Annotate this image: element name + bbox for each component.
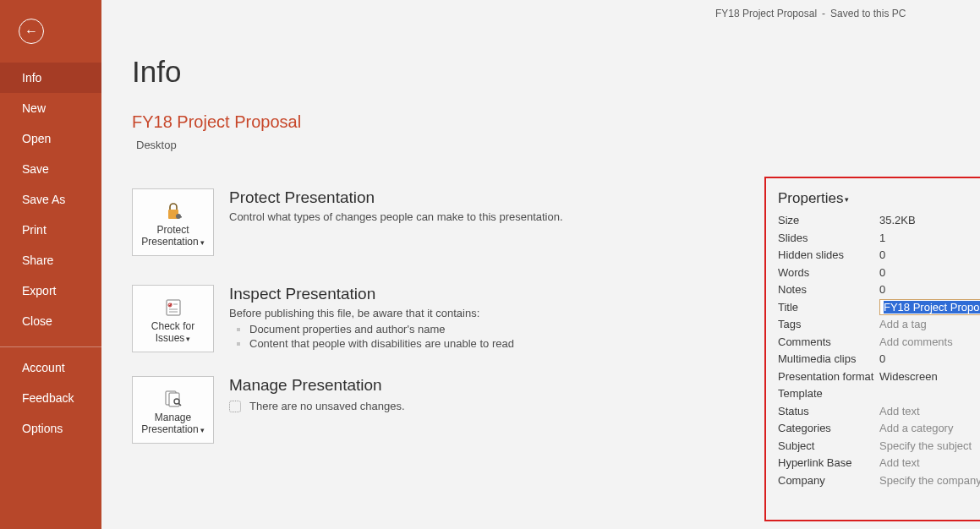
sidebar-label: Save As xyxy=(22,193,65,206)
prop-label-slides: Slides xyxy=(778,232,879,244)
inspect-heading: Inspect Presentation xyxy=(229,285,514,303)
back-arrow-icon: ← xyxy=(25,24,38,39)
backstage-main: FY18 Project Proposal - Saved to this PC… xyxy=(101,0,980,529)
prop-value-hyperlink[interactable]: Add text xyxy=(879,456,980,469)
prop-label-categories: Categories xyxy=(778,422,879,434)
properties-heading-label: Properties xyxy=(778,190,843,206)
sidebar-label: New xyxy=(22,101,46,115)
inspect-desc: Before publishing this file, be aware th… xyxy=(229,307,514,319)
window-titlebar: FY18 Project Proposal - Saved to this PC xyxy=(101,0,980,27)
document-search-icon xyxy=(162,387,184,411)
titlebar-separator: - xyxy=(822,8,825,19)
sidebar-label: Account xyxy=(22,361,65,374)
manage-heading: Manage Presentation xyxy=(229,376,405,395)
prop-value-categories[interactable]: Add a category xyxy=(879,422,980,434)
prop-value-tags[interactable]: Add a tag xyxy=(879,318,980,330)
sidebar-label: Save xyxy=(22,162,49,176)
page-title: Info xyxy=(132,55,950,89)
prop-label-notes: Notes xyxy=(778,283,879,296)
prop-value-clips: 0 xyxy=(879,352,980,365)
prop-label-comments: Comments xyxy=(778,335,879,348)
prop-label-template: Template xyxy=(778,387,879,400)
sidebar-label: Open xyxy=(22,132,51,145)
prop-value-slides: 1 xyxy=(879,232,980,244)
sidebar-item-share[interactable]: Share xyxy=(0,245,101,275)
prop-value-comments[interactable]: Add comments xyxy=(879,335,980,348)
tile-text: Presentation xyxy=(141,423,198,435)
sidebar-label: Options xyxy=(22,422,63,435)
chevron-down-icon: ▾ xyxy=(200,426,205,434)
prop-value-status[interactable]: Add text xyxy=(879,405,980,417)
sidebar-item-feedback[interactable]: Feedback xyxy=(0,383,101,413)
protect-desc: Control what types of changes people can… xyxy=(229,210,563,223)
lock-icon xyxy=(162,199,184,223)
tile-text: Presentation xyxy=(141,236,198,248)
prop-label-subject: Subject xyxy=(778,439,879,452)
document-location: Desktop xyxy=(136,139,950,151)
properties-dropdown[interactable]: Properties▾ xyxy=(778,190,980,207)
sidebar-item-new[interactable]: New xyxy=(0,93,101,123)
chevron-down-icon: ▾ xyxy=(186,335,190,343)
prop-label-hidden: Hidden slides xyxy=(778,248,879,261)
prop-label-title: Title xyxy=(778,301,879,314)
sidebar-item-print[interactable]: Print xyxy=(0,215,101,245)
titlebar-docname: FY18 Project Proposal xyxy=(715,8,817,19)
sidebar-label: Export xyxy=(22,284,56,297)
sidebar-label: Info xyxy=(22,71,41,85)
prop-label-hyperlink: Hyperlink Base xyxy=(778,456,879,469)
document-title: FY18 Project Proposal xyxy=(132,112,950,132)
sidebar-label: Share xyxy=(22,254,53,267)
chevron-down-icon: ▾ xyxy=(200,238,205,247)
properties-panel: Properties▾ Size 35.2KB Slides 1 Hidden … xyxy=(766,178,980,520)
chevron-down-icon: ▾ xyxy=(845,195,849,204)
prop-label-words: Words xyxy=(778,266,879,279)
sidebar-label: Print xyxy=(22,223,47,237)
sidebar-divider xyxy=(0,346,101,347)
titlebar-status: Saved to this PC xyxy=(830,8,906,19)
title-text-selected: FY18 Project Proposal xyxy=(884,301,980,314)
protect-heading: Protect Presentation xyxy=(229,188,563,207)
inspect-section-text: Inspect Presentation Before publishing t… xyxy=(229,285,514,352)
backstage-sidebar: ← Info New Open Save Save As Print Share… xyxy=(0,0,101,529)
tile-text: Manage xyxy=(155,412,191,423)
checklist-icon xyxy=(163,296,183,319)
prop-value-company[interactable]: Specify the company xyxy=(879,474,980,487)
tile-text: Issues xyxy=(156,332,185,344)
prop-label-format: Presentation format xyxy=(778,370,879,383)
inspect-bullet: Content that people with disabilities ar… xyxy=(249,337,514,350)
tile-text: Protect xyxy=(156,224,189,236)
sidebar-item-account[interactable]: Account xyxy=(0,352,101,383)
protect-section-text: Protect Presentation Control what types … xyxy=(229,188,563,223)
sidebar-item-close[interactable]: Close xyxy=(0,306,101,336)
prop-value-hidden: 0 xyxy=(879,248,980,261)
sidebar-item-info[interactable]: Info xyxy=(0,63,101,93)
sidebar-item-options[interactable]: Options xyxy=(0,413,101,444)
sidebar-item-open[interactable]: Open xyxy=(0,123,101,154)
document-icon xyxy=(229,401,241,412)
sidebar-item-saveas[interactable]: Save As xyxy=(0,184,101,215)
sidebar-item-save[interactable]: Save xyxy=(0,154,101,184)
manage-section-text: Manage Presentation There are no unsaved… xyxy=(229,376,405,412)
svg-rect-3 xyxy=(167,300,180,315)
prop-value-words: 0 xyxy=(879,266,980,279)
prop-label-tags: Tags xyxy=(778,318,879,330)
back-button[interactable]: ← xyxy=(19,19,44,44)
prop-label-size: Size xyxy=(778,214,879,226)
prop-label-status: Status xyxy=(778,405,879,417)
sidebar-label: Close xyxy=(22,314,52,328)
prop-value-format: Widescreen xyxy=(879,370,980,383)
protect-presentation-tile[interactable]: Protect Presentation▾ xyxy=(132,188,214,256)
sidebar-label: Feedback xyxy=(22,391,74,405)
inspect-bullet: Document properties and author's name xyxy=(249,323,514,335)
manage-desc: There are no unsaved changes. xyxy=(249,400,405,412)
prop-value-title[interactable]: FY18 Project Proposal xyxy=(879,301,980,314)
prop-value-subject[interactable]: Specify the subject xyxy=(879,439,980,452)
tile-text: Check for xyxy=(151,320,194,332)
sidebar-item-export[interactable]: Export xyxy=(0,275,101,306)
prop-value-notes: 0 xyxy=(879,283,980,296)
check-for-issues-tile[interactable]: Check for Issues▾ xyxy=(132,285,214,352)
prop-label-company: Company xyxy=(778,474,879,487)
manage-presentation-tile[interactable]: Manage Presentation▾ xyxy=(132,376,214,444)
svg-rect-2 xyxy=(178,216,182,218)
prop-label-clips: Multimedia clips xyxy=(778,352,879,365)
